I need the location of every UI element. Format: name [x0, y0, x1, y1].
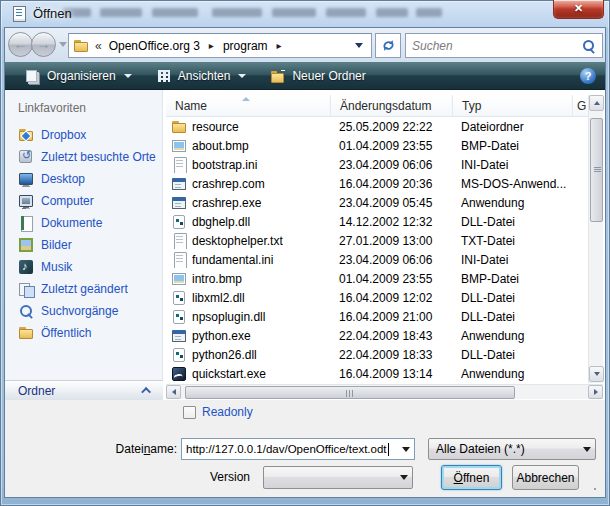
dialog-content: ← → « OpenOffice.org 3 ▸ program ▸: [5, 28, 605, 497]
organize-button[interactable]: Organisieren: [17, 65, 140, 87]
file-name: desktophelper.txt: [192, 234, 283, 248]
chevron-down-icon: [124, 74, 132, 78]
horizontal-scroll-thumb[interactable]: [185, 386, 515, 399]
table-row[interactable]: python26.dll 22.04.2009 18:33 DLL-Datei: [166, 345, 588, 364]
chevron-up-icon: [141, 387, 151, 397]
search-icon[interactable]: [582, 39, 596, 53]
vertical-scrollbar[interactable]: [588, 95, 603, 383]
back-button[interactable]: ←: [8, 32, 33, 57]
sidebar-item-computer[interactable]: Computer: [5, 190, 162, 212]
sidebar-item-label: Öffentlich: [41, 326, 91, 340]
file-name: bootstrap.ini: [192, 158, 257, 172]
table-row[interactable]: dbghelp.dll 14.12.2002 12:32 DLL-Datei: [166, 212, 588, 231]
sidebar-item-desktop[interactable]: Desktop: [5, 168, 162, 190]
sidebar-item-label: Dokumente: [41, 216, 102, 230]
vertical-scroll-thumb[interactable]: [590, 118, 603, 222]
file-type: INI-Datei: [452, 253, 572, 267]
column-header-date[interactable]: Änderungsdatum: [330, 95, 452, 116]
file-icon: [171, 214, 187, 230]
filetype-value: Alle Dateien (*.*): [436, 442, 525, 456]
forward-button[interactable]: →: [31, 32, 56, 57]
file-name: about.bmp: [192, 139, 249, 153]
music-icon: [18, 259, 34, 275]
table-row[interactable]: about.bmp 01.04.2009 23:55 BMP-Datei: [166, 136, 588, 155]
column-header-type[interactable]: Typ: [452, 95, 572, 116]
version-label: Version: [185, 470, 250, 484]
table-row[interactable]: python.exe 22.04.2009 18:43 Anwendung: [166, 326, 588, 345]
close-button[interactable]: ✕: [553, 0, 604, 19]
chevron-down-icon: [583, 447, 591, 452]
sidebar-item-documents[interactable]: Dokumente: [5, 212, 162, 234]
file-icon: [171, 252, 187, 268]
table-row[interactable]: libxml2.dll 16.04.2009 12:02 DLL-Datei: [166, 288, 588, 307]
help-button[interactable]: ?: [580, 68, 596, 84]
organize-label: Organisieren: [47, 69, 116, 83]
new-folder-button[interactable]: Neuer Ordner: [262, 65, 373, 87]
breadcrumb-item[interactable]: program: [220, 39, 271, 53]
sidebar-item-recent-places[interactable]: Zuletzt besuchte Orte: [5, 146, 162, 168]
file-name: dbghelp.dll: [192, 215, 250, 229]
file-name: crashrep.exe: [192, 196, 261, 210]
table-row[interactable]: desktophelper.txt 27.01.2009 13:00 TXT-D…: [166, 231, 588, 250]
sidebar-item-recently-changed[interactable]: Zuletzt geändert: [5, 278, 162, 300]
views-button[interactable]: Ansichten: [148, 65, 255, 87]
window-title: Öffnen: [33, 6, 72, 21]
refresh-button[interactable]: [375, 33, 401, 58]
column-header-name[interactable]: Name: [166, 95, 330, 116]
file-rows: resource 25.05.2009 22:22 Dateiordner ab…: [166, 117, 588, 383]
dropbox-folder-icon: [18, 127, 34, 143]
sidebar-item-label: Zuletzt geändert: [41, 282, 128, 296]
breadcrumb[interactable]: « OpenOffice.org 3 ▸ program ▸: [68, 33, 372, 58]
file-date: 01.04.2009 23:55: [330, 272, 452, 286]
file-icon: [171, 366, 187, 382]
file-type: TXT-Datei: [452, 234, 572, 248]
resize-grip[interactable]: [590, 484, 598, 492]
breadcrumb-item[interactable]: OpenOffice.org 3: [106, 39, 203, 53]
table-row[interactable]: bootstrap.ini 23.04.2009 06:06 INI-Datei: [166, 155, 588, 174]
sidebar-item-public[interactable]: Öffentlich: [5, 322, 162, 344]
file-icon: [171, 290, 187, 306]
sidebar-item-pictures[interactable]: Bilder: [5, 234, 162, 256]
table-row[interactable]: npsoplugin.dll 16.04.2009 21:00 DLL-Date…: [166, 307, 588, 326]
scroll-right-button[interactable]: [588, 385, 603, 399]
table-row[interactable]: intro.bmp 01.04.2009 23:55 BMP-Datei: [166, 269, 588, 288]
history-dropdown-icon[interactable]: [59, 42, 67, 47]
file-date: 14.12.2002 12:32: [330, 215, 452, 229]
file-type: BMP-Datei: [452, 272, 572, 286]
folders-expander[interactable]: Ordner: [5, 380, 163, 400]
breadcrumb-separator-icon[interactable]: ▸: [271, 40, 288, 51]
table-row[interactable]: quickstart.exe 16.04.2009 13:14 Anwendun…: [166, 364, 588, 383]
table-row[interactable]: resource 25.05.2009 22:22 Dateiordner: [166, 117, 588, 136]
cancel-button[interactable]: Abbrechen: [512, 465, 579, 490]
version-select[interactable]: [263, 466, 413, 489]
sidebar-items: Dropbox Zuletzt besuchte Orte Desktop Co…: [5, 124, 162, 344]
sidebar-item-music[interactable]: Musik: [5, 256, 162, 278]
scroll-up-button[interactable]: [589, 95, 604, 111]
file-name: fundamental.ini: [192, 253, 273, 267]
sidebar-item-searches[interactable]: Suchvorgänge: [5, 300, 162, 322]
file-date: 16.04.2009 20:36: [330, 177, 452, 191]
scroll-left-button[interactable]: [166, 385, 181, 399]
table-row[interactable]: crashrep.com 16.04.2009 20:36 MS-DOS-Anw…: [166, 174, 588, 193]
readonly-checkbox[interactable]: [183, 406, 196, 419]
sidebar-item-label: Computer: [41, 194, 94, 208]
address-dropdown-icon[interactable]: [355, 43, 363, 48]
table-row[interactable]: fundamental.ini 23.04.2009 06:06 INI-Dat…: [166, 250, 588, 269]
search-input[interactable]: [406, 39, 582, 53]
breadcrumb-overflow-icon[interactable]: «: [95, 39, 102, 53]
filetype-dropdown-button[interactable]: [579, 447, 595, 452]
filetype-select[interactable]: Alle Dateien (*.*): [428, 438, 596, 460]
filename-value: http://127.0.0.1/dav/OpenOffice/text.odt: [186, 443, 387, 455]
file-icon: [171, 328, 187, 344]
scroll-down-button[interactable]: [589, 366, 604, 382]
breadcrumb-separator-icon[interactable]: ▸: [203, 40, 220, 51]
filename-input[interactable]: http://127.0.0.1/dav/OpenOffice/text.odt: [181, 438, 415, 460]
table-row[interactable]: crashrep.exe 23.04.2009 05:45 Anwendung: [166, 193, 588, 212]
filename-dropdown-button[interactable]: [398, 447, 414, 452]
readonly-label[interactable]: Readonly: [202, 405, 253, 419]
column-header-size[interactable]: G: [572, 95, 588, 116]
open-button[interactable]: Öffnen: [441, 465, 502, 490]
version-dropdown-button[interactable]: [396, 475, 412, 480]
sidebar-item-dropbox[interactable]: Dropbox: [5, 124, 162, 146]
horizontal-scrollbar[interactable]: [166, 384, 603, 399]
